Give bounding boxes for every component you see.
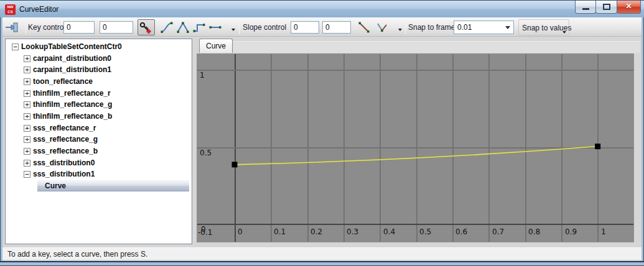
- chevron-down-icon: [505, 26, 510, 29]
- tree-row[interactable]: − LookupTableSetContentCtr0: [6, 41, 192, 53]
- curve-tools-overflow-icon[interactable]: [231, 29, 235, 31]
- tree-row[interactable]: + toon_reflectance: [6, 76, 192, 88]
- pin-toolbar-button[interactable]: [5, 19, 21, 35]
- curve-line[interactable]: [235, 147, 598, 165]
- tree-row[interactable]: + sss_reflectance_g: [6, 134, 192, 145]
- slope-line-button[interactable]: [357, 19, 372, 35]
- tree-row[interactable]: + thinfilm_reflectance_r: [6, 88, 192, 99]
- step-curve-button[interactable]: [192, 19, 207, 35]
- close-icon: ✕: [617, 2, 640, 11]
- chevron-down-icon: [562, 31, 566, 34]
- tree-row[interactable]: + sss_distribution0: [6, 157, 192, 169]
- slope-tools-overflow-icon[interactable]: [398, 29, 402, 31]
- smooth-curve-button[interactable]: [159, 19, 175, 35]
- curve-tree-panel[interactable]: − LookupTableSetContentCtr0 + carpaint_d…: [5, 39, 192, 244]
- tree-row[interactable]: + thinfilm_reflectance_g: [6, 99, 192, 111]
- snap-to-values-button[interactable]: Snap to values: [518, 19, 569, 35]
- expand-icon[interactable]: +: [24, 55, 30, 62]
- expand-icon[interactable]: +: [24, 90, 30, 97]
- flat-curve-button[interactable]: [208, 19, 223, 35]
- add-key-button[interactable]: [138, 19, 155, 35]
- snap-to-frames-label: Snap to frames: [408, 23, 459, 32]
- tree-row[interactable]: + sss_reflectance_b: [6, 145, 192, 157]
- expand-icon[interactable]: +: [24, 113, 30, 120]
- tree-row[interactable]: − sss_distribution1: [6, 168, 192, 180]
- maximize-icon: [603, 4, 610, 10]
- tree-row[interactable]: + carpaint_distribution1: [6, 64, 192, 76]
- toolbar: Key control: [2, 17, 642, 37]
- curve-editor-window: NW CS CurveEditor ✕ Key control: [0, 0, 644, 266]
- slope-valley-button[interactable]: [375, 19, 390, 35]
- slope-control-label: Slope control: [243, 23, 286, 32]
- toolbar-separator: [239, 20, 240, 34]
- minimize-icon: [582, 8, 589, 10]
- toolbar-separator: [405, 20, 406, 34]
- keyframe-handle[interactable]: [232, 162, 238, 167]
- step-curve-icon: [192, 21, 206, 34]
- maximize-button[interactable]: [595, 1, 617, 14]
- key-add-icon: [139, 21, 154, 35]
- window-title: CurveEditor: [19, 5, 58, 14]
- expand-icon[interactable]: +: [24, 160, 30, 167]
- expand-icon[interactable]: +: [24, 148, 30, 155]
- collapse-icon[interactable]: −: [24, 171, 30, 178]
- expand-icon[interactable]: +: [24, 101, 30, 108]
- slope-valley-icon: [375, 21, 389, 34]
- flat-curve-icon: [208, 21, 222, 34]
- key-value-input[interactable]: [100, 21, 133, 34]
- snap-to-frames-value: 0.01: [457, 23, 472, 32]
- pin-icon: [6, 21, 21, 34]
- key-frame-input[interactable]: [63, 21, 95, 34]
- keyframe-handle[interactable]: [595, 144, 600, 149]
- app-logo-icon: NW CS: [5, 4, 16, 15]
- close-button[interactable]: ✕: [617, 1, 641, 14]
- content-area: − LookupTableSetContentCtr0 + carpaint_d…: [2, 37, 642, 247]
- expand-icon[interactable]: +: [24, 136, 30, 143]
- tree-row[interactable]: + sss_reflectance_r: [6, 122, 192, 134]
- key-control-label: Key control: [28, 23, 65, 32]
- slope-in-input[interactable]: [291, 21, 319, 34]
- tree-row-curve-selected[interactable]: Curve: [6, 180, 192, 192]
- curve-plot: [197, 54, 633, 242]
- collapse-icon[interactable]: −: [12, 44, 19, 50]
- titlebar[interactable]: NW CS CurveEditor ✕: [0, 0, 644, 17]
- tree-row[interactable]: + thinfilm_reflectance_b: [6, 111, 192, 122]
- status-message: To add a key, select a curve, then press…: [7, 250, 147, 259]
- tree-row[interactable]: + carpaint_distribution0: [6, 53, 192, 65]
- snap-to-frames-combobox[interactable]: 0.01: [454, 21, 514, 34]
- expand-icon[interactable]: +: [24, 125, 30, 132]
- smooth-curve-icon: [160, 21, 174, 34]
- status-bar: To add a key, select a curve, then press…: [2, 247, 642, 260]
- window-border-bottom: [0, 261, 644, 266]
- minimize-button[interactable]: [575, 1, 596, 14]
- peak-curve-icon: [176, 21, 190, 34]
- tab-curve[interactable]: Curve: [199, 39, 233, 53]
- toolbar-separator: [26, 20, 26, 34]
- expand-icon[interactable]: +: [24, 78, 30, 85]
- expand-icon[interactable]: +: [24, 66, 30, 73]
- slope-line-icon: [357, 21, 371, 34]
- window-border-right: [642, 17, 644, 261]
- peak-curve-button[interactable]: [175, 19, 191, 35]
- tab-strip: [233, 41, 640, 53]
- curve-graph[interactable]: 1 0.5 0 -0.1 0 0.1 0.2 0.3 0.4 0.5 0.6 0…: [197, 53, 634, 242]
- slope-out-input[interactable]: [322, 21, 351, 34]
